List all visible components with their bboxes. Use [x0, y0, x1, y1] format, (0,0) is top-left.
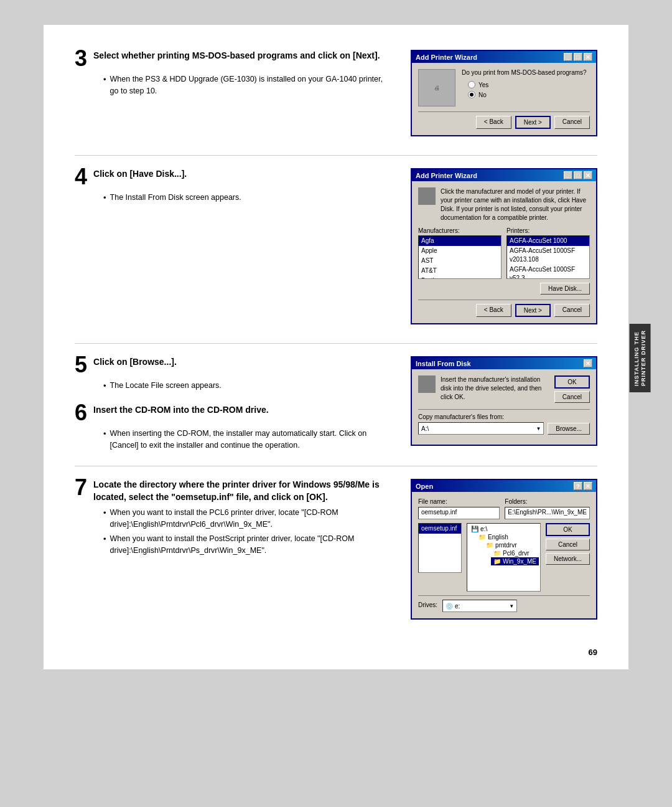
- open-dialog: Open ? ✕ File name: oemsetup.inf: [411, 479, 597, 620]
- mfr-agfa[interactable]: Agfa: [419, 236, 501, 246]
- step6-number: 6: [75, 402, 87, 424]
- prt-1000sf-52[interactable]: AGFA-AccuSet 1000SF v52.3: [507, 265, 589, 279]
- step6-section: 6 Insert the CD-ROM into the CD-ROM driv…: [75, 404, 392, 451]
- bullet-dot: •: [103, 193, 106, 204]
- step7-bullet2: • When you want to install the PostScrip…: [103, 533, 392, 557]
- copy-path-input[interactable]: A:\ ▼: [418, 422, 544, 435]
- step7-bullet2-text: When you want to install the PostScript …: [110, 533, 392, 557]
- folders-input[interactable]: E:\English\PR...\Win_9x_ME: [505, 507, 590, 519]
- page: 3 Select whether printing MS-DOS-based p…: [44, 25, 628, 669]
- step7-number: 7: [75, 476, 87, 499]
- back-button[interactable]: < Back: [476, 116, 511, 129]
- prt-1000[interactable]: AGFA-AccuSet 1000: [507, 236, 589, 246]
- next-button3[interactable]: Next >: [515, 304, 551, 317]
- open-dialog-buttons: OK Cancel Network...: [546, 523, 590, 592]
- help-btn[interactable]: ?: [574, 482, 582, 490]
- step4-bullet1: • The Install From Disk screen appears.: [103, 192, 392, 204]
- dropdown-arrow-icon: ▼: [536, 426, 541, 432]
- radio-group: Yes No: [468, 81, 587, 98]
- back-button3[interactable]: < Back: [476, 304, 511, 317]
- browse-button[interactable]: Browse...: [548, 423, 590, 435]
- mfr-att[interactable]: AT&T: [419, 266, 501, 276]
- drives-value: 💿 e:: [446, 603, 460, 610]
- folder-icon1: 📁: [478, 534, 486, 540]
- maximize-btn2[interactable]: □: [574, 171, 582, 179]
- bullet-dot: •: [103, 381, 106, 392]
- open-dialog-body: File name: oemsetup.inf Folders: E:\Engl…: [412, 492, 596, 618]
- drives-dropdown[interactable]: 💿 e: ▼: [442, 600, 517, 612]
- step5-section: 5 Click on [Browse...]. • The Locate Fil…: [75, 356, 392, 392]
- file-list[interactable]: oemsetup.inf: [418, 523, 462, 573]
- radio-no-circle[interactable]: [468, 91, 475, 98]
- manufacturers-list[interactable]: Agfa Apple AST AT&T Brother Bull C:doh: [418, 235, 502, 279]
- cancel-button3[interactable]: Cancel: [554, 304, 590, 317]
- step4-header: 4 Click on [Have Disk...].: [75, 168, 392, 188]
- step7-body: • When you want to install the PCL6 prin…: [103, 507, 392, 556]
- step4-dialog-body: Click the manufacturer and model of your…: [412, 181, 596, 323]
- cancel-button4[interactable]: Cancel: [554, 391, 590, 403]
- step7-title: Locate the directory where the printer d…: [93, 479, 392, 503]
- manufacturers-col: Manufacturers: Agfa Apple AST AT&T Broth…: [418, 227, 502, 279]
- copy-input-row: A:\ ▼ Browse...: [418, 422, 590, 435]
- close-btn2[interactable]: ✕: [584, 171, 592, 179]
- folders-value: E:\English\PR...\Win_9x_ME: [508, 509, 587, 516]
- step4-dialog: Add Printer Wizard _ □ ✕ Click the manuf…: [411, 168, 597, 324]
- cancel-button[interactable]: Cancel: [554, 116, 590, 129]
- step3-title: Select whether printing MS-DOS-based pro…: [93, 50, 380, 62]
- tree-english[interactable]: 📁 English: [476, 533, 539, 541]
- step4-dialog-title: Add Printer Wizard: [416, 172, 477, 179]
- step3-dialog-container: Add Printer Wizard _ □ ✕ 🖨 Do you print …: [411, 50, 597, 136]
- step3-dialog-title: Add Printer Wizard: [416, 54, 477, 61]
- step3-question: Do you print from MS-DOS-based programs?: [462, 69, 587, 76]
- file-tree[interactable]: 💾 e:\ 📁 English 📁 prntdrvr 📁 Pcl6_drvr 📁…: [467, 523, 541, 592]
- file-name-input[interactable]: oemsetup.inf: [418, 507, 500, 519]
- drives-label: Drives:: [418, 602, 437, 608]
- step7-dialog-container: Open ? ✕ File name: oemsetup.inf: [411, 479, 597, 620]
- tree-col: 💾 e:\ 📁 English 📁 prntdrvr 📁 Pcl6_drvr 📁…: [467, 523, 541, 592]
- tree-prntdrvr[interactable]: 📁 prntdrvr: [483, 541, 539, 549]
- step3-left: 3 Select whether printing MS-DOS-based p…: [75, 50, 392, 100]
- cancel-button5[interactable]: Cancel: [546, 539, 590, 550]
- ok-button2[interactable]: OK: [546, 523, 590, 536]
- minimize-btn[interactable]: _: [564, 53, 572, 61]
- mfr-ast[interactable]: AST: [419, 256, 501, 266]
- step3-body: • When the PS3 & HDD Upgrade (GE-1030) i…: [103, 73, 392, 97]
- maximize-btn[interactable]: □: [574, 53, 582, 61]
- step6-bullet1-text: When inserting the CD-ROM, the installer…: [110, 428, 392, 451]
- radio-no-label: No: [478, 92, 487, 98]
- step4-dialog-titlebar: Add Printer Wizard _ □ ✕: [412, 169, 596, 181]
- step3-dialog-buttons: < Back Next > Cancel: [418, 111, 590, 129]
- file-name-value: oemsetup.inf: [421, 509, 457, 516]
- prt-1000sf-2013[interactable]: AGFA-AccuSet 1000SF v2013.108: [507, 246, 589, 265]
- file-oemsetup[interactable]: oemsetup.inf: [419, 524, 461, 534]
- mfr-brother[interactable]: Brother: [419, 276, 501, 279]
- next-button[interactable]: Next >: [515, 116, 551, 129]
- have-disk-button[interactable]: Have Disk...: [540, 283, 590, 295]
- close-btn4[interactable]: ✕: [584, 482, 592, 490]
- open-separator: [418, 595, 590, 596]
- minimize-btn2[interactable]: _: [564, 171, 572, 179]
- install-info-row: Insert the manufacturer's installation d…: [418, 375, 590, 403]
- step3-number: 3: [75, 47, 87, 70]
- close-btn[interactable]: ✕: [584, 53, 592, 61]
- printers-col: Printers: AGFA-AccuSet 1000 AGFA-AccuSet…: [506, 227, 590, 279]
- ok-button[interactable]: OK: [554, 375, 590, 389]
- step3-bullet1-text: When the PS3 & HDD Upgrade (GE-1030) is …: [110, 73, 392, 97]
- tree-pcl6[interactable]: 📁 Pcl6_drvr: [491, 549, 539, 557]
- radio-yes-circle[interactable]: [468, 81, 475, 88]
- step3-dialog-body: 🖨 Do you print from MS-DOS-based program…: [412, 63, 596, 135]
- bullet-dot: •: [103, 429, 106, 451]
- mfr-apple[interactable]: Apple: [419, 246, 501, 256]
- close-btn3[interactable]: ✕: [584, 359, 592, 367]
- step5-header: 5 Click on [Browse...].: [75, 356, 392, 376]
- file-list-tree-row: oemsetup.inf 💾 e:\ 📁 English 📁 prntdrvr …: [418, 523, 590, 592]
- step4-title: Click on [Have Disk...].: [93, 168, 187, 181]
- tree-e-drive[interactable]: 💾 e:\: [469, 525, 539, 533]
- step7-left: 7 Locate the directory where the printer…: [75, 479, 392, 559]
- network-button[interactable]: Network...: [546, 553, 590, 565]
- step3-header: 3 Select whether printing MS-DOS-based p…: [75, 50, 392, 70]
- tree-win9x[interactable]: 📁 Win_9x_ME: [491, 557, 539, 565]
- copy-label: Copy manufacturer's files from:: [418, 413, 590, 420]
- install-dialog-titlebar: Install From Disk ✕: [412, 357, 596, 369]
- printers-list[interactable]: AGFA-AccuSet 1000 AGFA-AccuSet 1000SF v2…: [506, 235, 590, 279]
